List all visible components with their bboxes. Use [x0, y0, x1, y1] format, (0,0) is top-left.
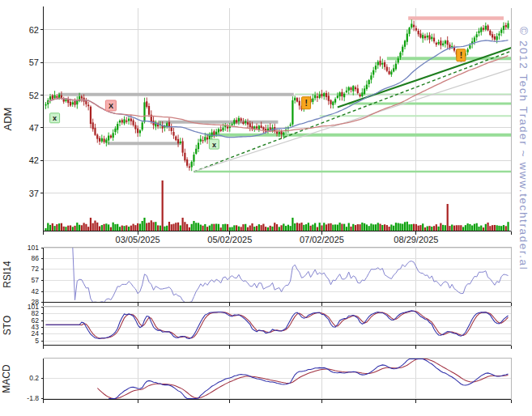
volume-bar	[294, 223, 296, 231]
volume-bar	[433, 226, 435, 231]
candle-body	[74, 101, 75, 105]
candle-body	[366, 85, 368, 89]
candle-body	[436, 43, 437, 45]
volume-bar	[334, 224, 336, 231]
volume-bar	[249, 226, 251, 231]
candle-body	[476, 34, 478, 37]
volume-bar	[195, 223, 197, 231]
candle-body	[419, 33, 421, 37]
candle-body	[290, 125, 292, 126]
candle-body	[195, 149, 197, 154]
volume-bar	[256, 226, 257, 231]
volume-bar	[152, 222, 154, 231]
panel-ytick-label: 72	[32, 265, 40, 273]
volume-bar	[496, 225, 498, 231]
volume-bar	[279, 227, 280, 231]
volume-bar	[321, 225, 322, 231]
volume-bar	[160, 226, 161, 231]
candle-body	[191, 162, 193, 168]
candle-body	[52, 96, 53, 100]
candle-body	[389, 71, 390, 74]
volume-bar	[384, 224, 385, 231]
candle-body	[339, 92, 341, 96]
candle-body	[368, 80, 370, 84]
candle-body	[398, 58, 399, 62]
candle-body	[483, 28, 484, 30]
candle-body	[350, 87, 351, 90]
candle-body	[105, 139, 107, 142]
volume-bar	[330, 223, 331, 231]
volume-bar	[61, 223, 62, 231]
volume-bar	[191, 224, 193, 231]
candle-body	[449, 45, 450, 48]
volume-bar	[229, 227, 231, 231]
candle-body	[99, 138, 100, 142]
volume-bar	[406, 222, 408, 231]
volume-bar	[171, 224, 172, 231]
volume-bar	[399, 223, 401, 231]
volume-bar	[267, 227, 269, 231]
volume-bar	[319, 223, 321, 231]
candle-body	[130, 119, 132, 121]
volume-bar	[189, 227, 190, 231]
volume-bar	[305, 224, 307, 231]
candle-body	[411, 23, 412, 28]
candle-body	[231, 124, 232, 125]
candle-body	[361, 92, 363, 96]
volume-bar	[47, 223, 49, 231]
volume-bar	[485, 224, 487, 231]
volume-bar	[261, 225, 262, 231]
candle-body	[279, 132, 280, 134]
volume-bar	[312, 224, 313, 231]
volume-bar	[114, 224, 116, 231]
volume-bar	[85, 224, 87, 231]
candle-body	[181, 141, 183, 152]
volume-bar	[215, 224, 217, 231]
volume-bar	[184, 222, 185, 231]
candle-body	[193, 155, 194, 162]
orange-exclaim-marker-label: !	[460, 51, 462, 60]
candle-body	[480, 28, 482, 32]
volume-bar	[81, 225, 83, 231]
candle-body	[94, 128, 96, 135]
volume-bar	[130, 226, 132, 231]
volume-bar	[206, 227, 208, 231]
volume-bar	[204, 224, 206, 231]
volume-bar	[348, 223, 350, 231]
candle-body	[53, 96, 55, 99]
candle-body	[142, 122, 143, 129]
volume-bar	[168, 222, 170, 231]
candle-body	[428, 35, 430, 39]
volume-bar	[134, 225, 136, 231]
volume-bar	[220, 227, 222, 231]
candle-body	[56, 96, 57, 98]
candle-body	[418, 31, 419, 34]
volume-bar	[487, 223, 488, 231]
volume-bar	[462, 227, 464, 231]
volume-bar	[379, 224, 381, 231]
candle-body	[218, 129, 219, 133]
candle-body	[101, 138, 103, 142]
candle-body	[507, 23, 509, 28]
candle-body	[323, 93, 325, 96]
candle-body	[283, 133, 284, 135]
stock-chart: 62575247423703/05/202505/02/202507/02/20…	[0, 0, 532, 416]
volume-bar	[65, 227, 66, 231]
candle-body	[148, 106, 150, 115]
volume-bar	[359, 224, 360, 231]
candle-body	[355, 87, 356, 89]
volume-bar	[442, 225, 444, 231]
candle-body	[202, 140, 203, 141]
volume-bar	[361, 223, 363, 231]
volume-bar	[507, 222, 509, 231]
candle-body	[121, 120, 123, 122]
candle-body	[393, 68, 394, 71]
candle-body	[321, 94, 322, 96]
candle-body	[245, 121, 246, 123]
volume-bar	[157, 225, 159, 231]
candle-body	[262, 127, 264, 129]
volume-bar	[133, 224, 134, 231]
volume-bar	[240, 227, 242, 231]
panel-ytick-label: -1.8	[27, 394, 39, 402]
candle-body	[424, 36, 426, 38]
